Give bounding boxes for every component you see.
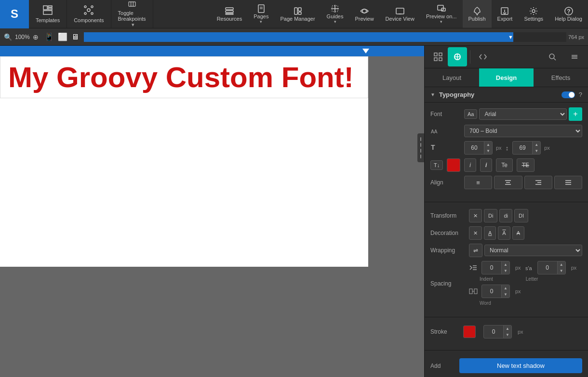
- stroke-up[interactable]: ▲: [504, 325, 511, 332]
- word-down[interactable]: ▼: [502, 291, 509, 298]
- indent-sublabel: Indent: [480, 276, 493, 282]
- resources-icon: [225, 6, 234, 16]
- typography-help-icon[interactable]: ?: [579, 91, 582, 98]
- stroke-color-swatch[interactable]: [463, 325, 476, 338]
- line-height-icon: ↕: [506, 144, 509, 152]
- font-size-unit: px: [496, 145, 502, 151]
- svg-rect-20: [298, 12, 301, 14]
- font-label: Font: [430, 111, 464, 117]
- pages-icon: [256, 4, 266, 13]
- logo-area[interactable]: S: [0, 0, 29, 28]
- decoration-underline-button[interactable]: A: [484, 226, 496, 240]
- topbar-item-templates[interactable]: Templates: [29, 0, 67, 28]
- topbar-item-page-manager[interactable]: Page Manager: [274, 0, 321, 28]
- topbar-item-preview-on[interactable]: Preview on... ▾: [420, 0, 463, 28]
- weight-select[interactable]: 700 – Bold: [464, 125, 582, 137]
- indent-spinners: ▲ ▼: [501, 261, 509, 274]
- indent-down[interactable]: ▼: [502, 268, 509, 274]
- align-right-button[interactable]: [524, 176, 552, 189]
- tab-layout[interactable]: Layout: [425, 68, 479, 87]
- italic-button[interactable]: i: [464, 158, 476, 172]
- indent-input[interactable]: [482, 263, 501, 273]
- panel-search-icon[interactable]: [543, 47, 562, 66]
- indent-up[interactable]: ▲: [502, 261, 509, 268]
- tab-design[interactable]: Design: [479, 68, 534, 87]
- panel-menu-icon[interactable]: [565, 47, 584, 66]
- add-font-button[interactable]: +: [569, 107, 582, 121]
- font-size-input[interactable]: [465, 143, 484, 153]
- panel-design-icon[interactable]: [448, 47, 467, 66]
- word-spacing-input[interactable]: [482, 286, 501, 296]
- toggle-dot-inner: [569, 92, 575, 98]
- bold-italic-button[interactable]: i: [480, 158, 492, 172]
- transform-uppercase-button[interactable]: DI: [514, 209, 528, 222]
- canvas-empty-area: [0, 98, 368, 267]
- text-strikethrough-button[interactable]: T̶E̶: [517, 158, 535, 172]
- decoration-none-button[interactable]: ✕: [469, 226, 482, 240]
- align-justify-button[interactable]: [554, 176, 582, 189]
- svg-rect-35: [439, 53, 442, 56]
- text-caps-button[interactable]: Te: [496, 158, 513, 172]
- align-left-button[interactable]: ≡: [464, 176, 492, 189]
- decoration-overline-button[interactable]: A: [498, 226, 510, 240]
- side-drag-handle[interactable]: [417, 133, 424, 162]
- phone-device-button[interactable]: 📱: [44, 32, 54, 41]
- wrapping-select[interactable]: Normal Nowrap Pre Pre-wrap: [484, 245, 582, 256]
- topbar-item-resources[interactable]: Resources: [211, 0, 248, 28]
- font-size-up[interactable]: ▲: [484, 142, 492, 148]
- font-size-spinners: ▲ ▼: [484, 142, 492, 154]
- line-height-up[interactable]: ▲: [533, 142, 540, 148]
- stroke-label: Stroke: [430, 328, 459, 335]
- svg-text:T: T: [431, 143, 435, 151]
- typography-body: Font Aa Arial + AA 700 – Bold: [425, 103, 588, 198]
- desktop-device-button[interactable]: 🖥: [71, 33, 79, 41]
- typography-section-header[interactable]: ▼ Typography ?: [425, 87, 588, 103]
- topbar-item-components[interactable]: Components: [67, 0, 111, 28]
- topbar-item-preview[interactable]: Preview: [349, 0, 379, 28]
- text-color-swatch[interactable]: [447, 158, 460, 172]
- font-select[interactable]: Arial: [479, 108, 567, 120]
- letter-up[interactable]: ▲: [558, 261, 565, 268]
- letter-down[interactable]: ▼: [558, 268, 565, 274]
- align-center-icon: [504, 179, 512, 186]
- font-size-down[interactable]: ▼: [484, 148, 492, 154]
- font-row: Font Aa Arial +: [430, 107, 582, 121]
- svg-text:AA: AA: [431, 129, 438, 134]
- line-height-down[interactable]: ▼: [533, 148, 540, 154]
- transform-lowercase-button[interactable]: di: [499, 209, 512, 222]
- topbar-item-settings[interactable]: Settings: [518, 0, 549, 28]
- topbar-item-publish[interactable]: Publish: [463, 0, 492, 28]
- panel-code-icon[interactable]: [473, 47, 493, 66]
- add-text-shadow-button[interactable]: New text shadow: [459, 358, 582, 373]
- topbar-label-templates: Templates: [36, 17, 60, 23]
- stroke-value-input[interactable]: [484, 327, 503, 337]
- stroke-down[interactable]: ▼: [504, 332, 511, 338]
- transform-none-button[interactable]: ✕: [469, 209, 482, 222]
- typography-toggle[interactable]: [561, 91, 575, 98]
- topbar-item-help[interactable]: ? Help Dialog: [549, 0, 588, 28]
- align-right-icon: [535, 179, 542, 186]
- topbar-item-guides[interactable]: Guides ▾: [321, 0, 349, 28]
- search-icon: [548, 53, 556, 61]
- panel-grid-icon[interactable]: [428, 47, 448, 66]
- tablet-device-button[interactable]: ⬜: [58, 32, 67, 41]
- tab-effects[interactable]: Effects: [534, 68, 588, 87]
- zoom-in-button[interactable]: ⊕: [33, 33, 39, 41]
- align-center-button[interactable]: [494, 176, 522, 189]
- line-height-input[interactable]: [513, 143, 532, 153]
- templates-icon: [42, 5, 53, 15]
- zoom-out-button[interactable]: 🔍: [4, 33, 12, 41]
- topbar-item-toggle-breakpoints[interactable]: Toggle Breakpoints ▾: [111, 0, 153, 28]
- topbar-item-device-view[interactable]: Device View: [380, 0, 420, 28]
- divider-2: [425, 317, 588, 317]
- decoration-strikethrough-button[interactable]: A: [512, 226, 524, 240]
- word-up[interactable]: ▲: [502, 285, 509, 291]
- canvas-text-block[interactable]: My Groovy Custom Font!: [0, 56, 368, 98]
- svg-rect-9: [129, 2, 135, 6]
- topbar-item-export[interactable]: Export: [492, 0, 519, 28]
- letter-spacing-input[interactable]: [538, 263, 557, 273]
- canvas-scroll-area[interactable]: My Groovy Custom Font!: [0, 56, 424, 377]
- transform-titlecase-button[interactable]: Di: [484, 209, 497, 222]
- wrapping-label: Wrapping: [430, 247, 469, 254]
- topbar-item-pages[interactable]: Pages ▾: [248, 0, 274, 28]
